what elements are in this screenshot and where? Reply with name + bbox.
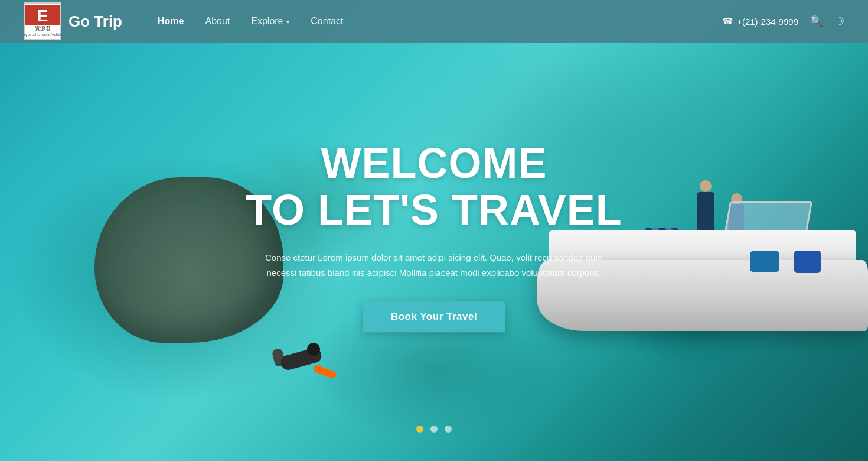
slider-dot-2[interactable]	[430, 426, 438, 433]
slider-dots	[416, 426, 452, 433]
diver-head	[307, 343, 320, 356]
nav-links: Home About Explore ▾ Contact	[158, 16, 722, 27]
phone-icon: ☎	[722, 16, 733, 27]
logo-box: E 资源君 eyunzhu.com/vdisk	[24, 2, 61, 40]
hero-title-line1: WELCOME	[227, 140, 641, 187]
hero-section: E 资源君 eyunzhu.com/vdisk Go Trip Home Abo…	[0, 0, 868, 461]
slider-dot-3[interactable]	[445, 426, 452, 433]
dark-mode-icon[interactable]: ☽	[835, 15, 844, 28]
boat-bag-2	[794, 251, 821, 273]
phone-display: ☎ +(21)-234-9999	[722, 16, 798, 27]
nav-item-about[interactable]: About	[205, 16, 230, 27]
phone-number: +(21)-234-9999	[737, 17, 798, 27]
nav-link-home[interactable]: Home	[158, 16, 184, 26]
logo-url: eyunzhu.com/vdisk	[22, 32, 63, 37]
book-travel-button[interactable]: Book Your Travel	[363, 302, 505, 333]
logo-chinese: 资源君	[35, 25, 51, 32]
hero-title-line2: TO LET'S TRAVEL	[227, 187, 641, 234]
nav-item-contact[interactable]: Contact	[311, 16, 343, 27]
navbar: E 资源君 eyunzhu.com/vdisk Go Trip Home Abo…	[0, 0, 868, 43]
nav-item-home[interactable]: Home	[158, 16, 184, 27]
explore-chevron: ▾	[285, 19, 290, 25]
logo-area: E 资源君 eyunzhu.com/vdisk Go Trip	[24, 2, 122, 40]
brand-name: Go Trip	[68, 12, 122, 31]
logo-letter: E	[25, 5, 60, 25]
nav-right: ☎ +(21)-234-9999 🔍 ☽	[722, 15, 844, 28]
hero-subtitle: Conse ctetur Lorem ipsum dolor sit amet …	[251, 251, 617, 281]
diver-fins	[312, 365, 337, 379]
nav-item-explore[interactable]: Explore ▾	[251, 16, 289, 27]
nav-link-about[interactable]: About	[205, 16, 230, 26]
nav-link-contact[interactable]: Contact	[311, 16, 343, 26]
search-icon[interactable]: 🔍	[810, 15, 823, 28]
slider-dot-1[interactable]	[416, 426, 423, 433]
nav-link-explore[interactable]: Explore ▾	[251, 16, 289, 26]
diver-illustration	[269, 328, 363, 405]
boat-bag-1	[750, 251, 779, 272]
hero-content: WELCOME TO LET'S TRAVEL Conse ctetur Lor…	[227, 140, 641, 332]
